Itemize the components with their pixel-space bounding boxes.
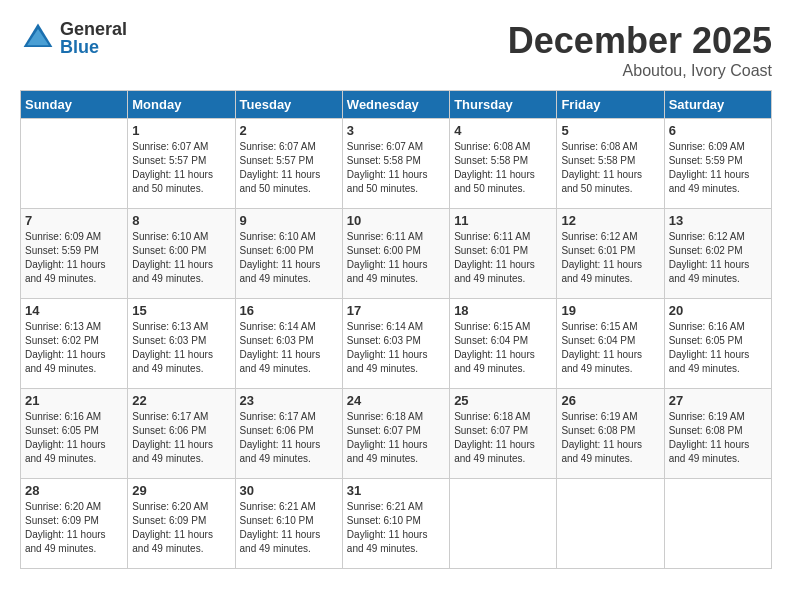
calendar-cell [450, 479, 557, 569]
day-info: Sunrise: 6:14 AMSunset: 6:03 PMDaylight:… [240, 320, 338, 376]
calendar-cell: 6Sunrise: 6:09 AMSunset: 5:59 PMDaylight… [664, 119, 771, 209]
calendar-cell: 11Sunrise: 6:11 AMSunset: 6:01 PMDayligh… [450, 209, 557, 299]
day-info: Sunrise: 6:17 AMSunset: 6:06 PMDaylight:… [132, 410, 230, 466]
day-info: Sunrise: 6:21 AMSunset: 6:10 PMDaylight:… [347, 500, 445, 556]
logo-text: General Blue [60, 20, 127, 56]
title-block: December 2025 Aboutou, Ivory Coast [508, 20, 772, 80]
calendar-cell: 28Sunrise: 6:20 AMSunset: 6:09 PMDayligh… [21, 479, 128, 569]
day-number: 16 [240, 303, 338, 318]
day-info: Sunrise: 6:13 AMSunset: 6:03 PMDaylight:… [132, 320, 230, 376]
calendar-week-row: 21Sunrise: 6:16 AMSunset: 6:05 PMDayligh… [21, 389, 772, 479]
day-number: 8 [132, 213, 230, 228]
calendar-cell: 13Sunrise: 6:12 AMSunset: 6:02 PMDayligh… [664, 209, 771, 299]
col-header-monday: Monday [128, 91, 235, 119]
day-info: Sunrise: 6:09 AMSunset: 5:59 PMDaylight:… [25, 230, 123, 286]
calendar-cell: 14Sunrise: 6:13 AMSunset: 6:02 PMDayligh… [21, 299, 128, 389]
calendar-cell [557, 479, 664, 569]
day-number: 30 [240, 483, 338, 498]
calendar-cell: 15Sunrise: 6:13 AMSunset: 6:03 PMDayligh… [128, 299, 235, 389]
day-info: Sunrise: 6:15 AMSunset: 6:04 PMDaylight:… [561, 320, 659, 376]
col-header-thursday: Thursday [450, 91, 557, 119]
calendar-cell: 25Sunrise: 6:18 AMSunset: 6:07 PMDayligh… [450, 389, 557, 479]
calendar-cell: 30Sunrise: 6:21 AMSunset: 6:10 PMDayligh… [235, 479, 342, 569]
day-info: Sunrise: 6:19 AMSunset: 6:08 PMDaylight:… [561, 410, 659, 466]
day-number: 17 [347, 303, 445, 318]
calendar-cell: 10Sunrise: 6:11 AMSunset: 6:00 PMDayligh… [342, 209, 449, 299]
day-info: Sunrise: 6:14 AMSunset: 6:03 PMDaylight:… [347, 320, 445, 376]
calendar-cell: 2Sunrise: 6:07 AMSunset: 5:57 PMDaylight… [235, 119, 342, 209]
calendar-cell: 29Sunrise: 6:20 AMSunset: 6:09 PMDayligh… [128, 479, 235, 569]
col-header-tuesday: Tuesday [235, 91, 342, 119]
day-number: 1 [132, 123, 230, 138]
day-number: 18 [454, 303, 552, 318]
day-number: 23 [240, 393, 338, 408]
day-info: Sunrise: 6:12 AMSunset: 6:02 PMDaylight:… [669, 230, 767, 286]
logo-general: General [60, 20, 127, 38]
month-title: December 2025 [508, 20, 772, 62]
calendar-cell [21, 119, 128, 209]
calendar-cell: 21Sunrise: 6:16 AMSunset: 6:05 PMDayligh… [21, 389, 128, 479]
day-info: Sunrise: 6:07 AMSunset: 5:57 PMDaylight:… [132, 140, 230, 196]
col-header-wednesday: Wednesday [342, 91, 449, 119]
calendar-cell: 19Sunrise: 6:15 AMSunset: 6:04 PMDayligh… [557, 299, 664, 389]
logo-blue: Blue [60, 38, 127, 56]
day-info: Sunrise: 6:18 AMSunset: 6:07 PMDaylight:… [347, 410, 445, 466]
day-info: Sunrise: 6:11 AMSunset: 6:00 PMDaylight:… [347, 230, 445, 286]
day-info: Sunrise: 6:08 AMSunset: 5:58 PMDaylight:… [454, 140, 552, 196]
day-info: Sunrise: 6:09 AMSunset: 5:59 PMDaylight:… [669, 140, 767, 196]
day-number: 3 [347, 123, 445, 138]
calendar-cell: 17Sunrise: 6:14 AMSunset: 6:03 PMDayligh… [342, 299, 449, 389]
calendar-week-row: 28Sunrise: 6:20 AMSunset: 6:09 PMDayligh… [21, 479, 772, 569]
day-info: Sunrise: 6:20 AMSunset: 6:09 PMDaylight:… [25, 500, 123, 556]
day-info: Sunrise: 6:15 AMSunset: 6:04 PMDaylight:… [454, 320, 552, 376]
calendar-cell: 20Sunrise: 6:16 AMSunset: 6:05 PMDayligh… [664, 299, 771, 389]
calendar-header-row: SundayMondayTuesdayWednesdayThursdayFrid… [21, 91, 772, 119]
day-info: Sunrise: 6:07 AMSunset: 5:58 PMDaylight:… [347, 140, 445, 196]
calendar-cell: 27Sunrise: 6:19 AMSunset: 6:08 PMDayligh… [664, 389, 771, 479]
page-header: General Blue December 2025 Aboutou, Ivor… [20, 20, 772, 80]
calendar-cell: 5Sunrise: 6:08 AMSunset: 5:58 PMDaylight… [557, 119, 664, 209]
day-info: Sunrise: 6:11 AMSunset: 6:01 PMDaylight:… [454, 230, 552, 286]
day-number: 26 [561, 393, 659, 408]
calendar-cell: 18Sunrise: 6:15 AMSunset: 6:04 PMDayligh… [450, 299, 557, 389]
day-number: 25 [454, 393, 552, 408]
col-header-friday: Friday [557, 91, 664, 119]
day-info: Sunrise: 6:18 AMSunset: 6:07 PMDaylight:… [454, 410, 552, 466]
day-number: 13 [669, 213, 767, 228]
calendar-cell: 12Sunrise: 6:12 AMSunset: 6:01 PMDayligh… [557, 209, 664, 299]
day-info: Sunrise: 6:16 AMSunset: 6:05 PMDaylight:… [669, 320, 767, 376]
day-number: 21 [25, 393, 123, 408]
day-number: 9 [240, 213, 338, 228]
day-info: Sunrise: 6:21 AMSunset: 6:10 PMDaylight:… [240, 500, 338, 556]
day-number: 11 [454, 213, 552, 228]
calendar-cell: 8Sunrise: 6:10 AMSunset: 6:00 PMDaylight… [128, 209, 235, 299]
day-number: 2 [240, 123, 338, 138]
calendar-week-row: 1Sunrise: 6:07 AMSunset: 5:57 PMDaylight… [21, 119, 772, 209]
day-number: 15 [132, 303, 230, 318]
calendar-cell: 31Sunrise: 6:21 AMSunset: 6:10 PMDayligh… [342, 479, 449, 569]
day-info: Sunrise: 6:08 AMSunset: 5:58 PMDaylight:… [561, 140, 659, 196]
logo: General Blue [20, 20, 127, 56]
day-info: Sunrise: 6:20 AMSunset: 6:09 PMDaylight:… [132, 500, 230, 556]
calendar-cell: 3Sunrise: 6:07 AMSunset: 5:58 PMDaylight… [342, 119, 449, 209]
day-info: Sunrise: 6:12 AMSunset: 6:01 PMDaylight:… [561, 230, 659, 286]
calendar-cell: 23Sunrise: 6:17 AMSunset: 6:06 PMDayligh… [235, 389, 342, 479]
calendar-cell: 26Sunrise: 6:19 AMSunset: 6:08 PMDayligh… [557, 389, 664, 479]
logo-icon [20, 20, 56, 56]
day-info: Sunrise: 6:10 AMSunset: 6:00 PMDaylight:… [132, 230, 230, 286]
calendar-cell [664, 479, 771, 569]
day-number: 6 [669, 123, 767, 138]
calendar-cell: 16Sunrise: 6:14 AMSunset: 6:03 PMDayligh… [235, 299, 342, 389]
calendar-cell: 24Sunrise: 6:18 AMSunset: 6:07 PMDayligh… [342, 389, 449, 479]
calendar-week-row: 7Sunrise: 6:09 AMSunset: 5:59 PMDaylight… [21, 209, 772, 299]
col-header-sunday: Sunday [21, 91, 128, 119]
day-number: 7 [25, 213, 123, 228]
day-info: Sunrise: 6:13 AMSunset: 6:02 PMDaylight:… [25, 320, 123, 376]
day-number: 10 [347, 213, 445, 228]
calendar-table: SundayMondayTuesdayWednesdayThursdayFrid… [20, 90, 772, 569]
day-number: 14 [25, 303, 123, 318]
day-info: Sunrise: 6:16 AMSunset: 6:05 PMDaylight:… [25, 410, 123, 466]
day-info: Sunrise: 6:10 AMSunset: 6:00 PMDaylight:… [240, 230, 338, 286]
day-number: 29 [132, 483, 230, 498]
day-number: 22 [132, 393, 230, 408]
